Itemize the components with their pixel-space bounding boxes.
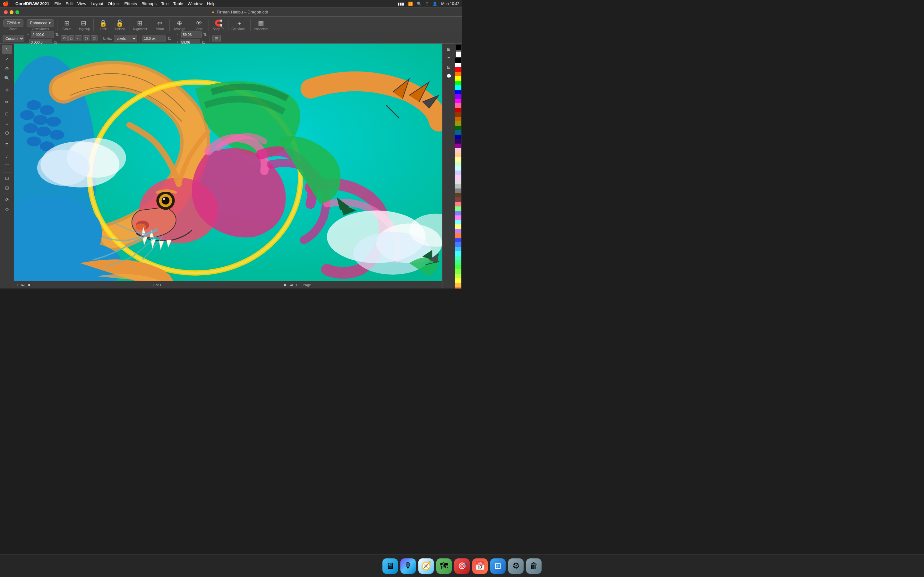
search-icon[interactable]: 🔍 bbox=[417, 2, 422, 6]
view-mode-dropdown[interactable]: Enhanced ▾ bbox=[27, 19, 54, 27]
width-input[interactable] bbox=[31, 31, 54, 38]
color-swatch[interactable] bbox=[455, 269, 461, 274]
white-swatch[interactable] bbox=[456, 51, 461, 57]
x-stepper[interactable]: ⇅ bbox=[203, 32, 207, 37]
color-swatch[interactable] bbox=[455, 220, 461, 224]
menu-table[interactable]: Table bbox=[173, 1, 183, 6]
page-nav-start[interactable]: ⏮ bbox=[21, 283, 25, 287]
group-button[interactable]: ⊞ Group bbox=[59, 19, 75, 31]
apple-menu[interactable]: 🍎 bbox=[3, 1, 9, 7]
zoom-tool[interactable]: 🔍 bbox=[2, 74, 12, 83]
maximize-button[interactable] bbox=[15, 10, 19, 14]
control-center-icon[interactable]: ⊞ bbox=[425, 2, 429, 6]
color-swatch[interactable] bbox=[455, 189, 461, 193]
select-tool[interactable]: ↖ bbox=[2, 45, 12, 54]
menu-window[interactable]: Window bbox=[188, 1, 202, 6]
color-swatch[interactable] bbox=[455, 85, 461, 90]
color-swatch[interactable] bbox=[455, 184, 461, 189]
color-swatch[interactable] bbox=[455, 166, 461, 171]
color-swatch[interactable] bbox=[455, 224, 461, 229]
color-swatch[interactable] bbox=[455, 130, 461, 135]
link-button[interactable]: ⛓ bbox=[83, 35, 90, 41]
color-swatch[interactable] bbox=[455, 234, 461, 238]
menu-file[interactable]: File bbox=[54, 1, 61, 6]
zoom-dropdown[interactable]: 729% ▾ bbox=[3, 19, 23, 27]
x-input[interactable] bbox=[181, 31, 202, 38]
add-page-end-button[interactable]: + bbox=[296, 283, 297, 287]
ratio-button[interactable]: ⊡ bbox=[91, 35, 97, 41]
ellipse-tool[interactable]: ○ bbox=[2, 119, 12, 128]
color-swatch[interactable] bbox=[455, 179, 461, 184]
color-swatch[interactable] bbox=[455, 197, 461, 202]
color-swatch[interactable] bbox=[455, 242, 461, 247]
color-swatch[interactable] bbox=[455, 274, 461, 278]
black-swatch[interactable] bbox=[456, 45, 461, 51]
arrange-button[interactable]: ⊕ Arrange bbox=[171, 19, 187, 31]
color-swatch[interactable] bbox=[455, 171, 461, 175]
color-swatch[interactable] bbox=[455, 153, 461, 157]
menu-text[interactable]: Text bbox=[161, 1, 169, 6]
page-nav-next[interactable]: ▶ bbox=[284, 283, 287, 287]
add-page-button[interactable]: + bbox=[17, 283, 19, 287]
color-swatch[interactable] bbox=[455, 148, 461, 153]
color-swatch[interactable] bbox=[455, 247, 461, 251]
rotate-button[interactable]: ↺ bbox=[61, 35, 68, 41]
more-options-button[interactable]: ··· bbox=[437, 283, 439, 287]
comment-panel-button[interactable]: 💬 bbox=[444, 72, 454, 80]
color-swatch[interactable] bbox=[455, 238, 461, 242]
menu-effects[interactable]: Effects bbox=[124, 1, 137, 6]
eyedropper-tool[interactable]: ⊘ bbox=[2, 195, 12, 204]
polygon-tool[interactable]: ⬡ bbox=[2, 129, 12, 137]
menu-object[interactable]: Object bbox=[108, 1, 120, 6]
menu-bitmaps[interactable]: Bitmaps bbox=[142, 1, 157, 6]
color-swatch[interactable] bbox=[455, 117, 461, 121]
color-swatch[interactable] bbox=[455, 283, 461, 287]
color-swatch[interactable] bbox=[455, 215, 461, 220]
color-swatch[interactable] bbox=[455, 72, 461, 76]
color-swatch[interactable] bbox=[455, 229, 461, 234]
minimize-button[interactable] bbox=[10, 10, 13, 14]
alignment-button[interactable]: ⊞ Alignment bbox=[132, 19, 148, 31]
zoom-selector[interactable]: 729% ▾ Zoom bbox=[2, 19, 25, 31]
color-swatch[interactable] bbox=[455, 202, 461, 206]
menu-edit[interactable]: Edit bbox=[65, 1, 73, 6]
color-swatch[interactable] bbox=[455, 108, 461, 112]
color-swatch[interactable] bbox=[455, 99, 461, 103]
transform-panel-button[interactable]: ⊞ bbox=[444, 45, 454, 53]
unlock-button[interactable]: 🔓 Unlock bbox=[112, 19, 128, 31]
color-swatch[interactable] bbox=[455, 112, 461, 117]
color-swatch[interactable] bbox=[455, 251, 461, 256]
color-swatch[interactable] bbox=[455, 211, 461, 215]
user-icon[interactable]: 👤 bbox=[433, 2, 437, 6]
lock-button[interactable]: 🔒 Lock bbox=[95, 19, 111, 31]
mirror-button[interactable]: ⇔ Mirror bbox=[152, 19, 168, 31]
color-swatch[interactable] bbox=[455, 81, 461, 85]
menu-help[interactable]: Help bbox=[207, 1, 216, 6]
color-swatch[interactable] bbox=[455, 143, 461, 148]
color-swatch[interactable] bbox=[455, 206, 461, 211]
menu-view[interactable]: View bbox=[78, 1, 86, 6]
rect-tool[interactable]: □ bbox=[2, 109, 12, 118]
color-swatch[interactable] bbox=[455, 161, 461, 166]
text-tool[interactable]: T bbox=[2, 140, 12, 149]
line-tool[interactable]: / bbox=[2, 152, 12, 161]
units-dropdown[interactable]: pixels bbox=[114, 35, 137, 42]
color-swatch[interactable] bbox=[455, 76, 461, 81]
color-swatch[interactable] bbox=[455, 63, 461, 67]
rect-shape-button[interactable]: □ bbox=[68, 35, 74, 41]
color-swatch[interactable] bbox=[455, 94, 461, 99]
fill-tool[interactable]: ⊙ bbox=[2, 205, 12, 214]
inspectors-button[interactable]: ▦ Inspectors bbox=[252, 19, 270, 31]
connector-tool[interactable]: ⌒ bbox=[2, 162, 12, 171]
color-swatch[interactable] bbox=[455, 135, 461, 139]
transform-handle-button[interactable]: ⊡ bbox=[212, 35, 221, 42]
align-panel-button[interactable]: ≡ bbox=[444, 54, 454, 62]
rect-shape2-button[interactable]: ▭ bbox=[75, 35, 82, 41]
page-nav-end[interactable]: ⏭ bbox=[289, 283, 293, 287]
nudge-input[interactable] bbox=[142, 35, 166, 42]
get-more-button[interactable]: ＋ Get More... bbox=[230, 19, 249, 31]
page-nav-prev[interactable]: ◀ bbox=[27, 283, 30, 287]
color-swatch[interactable] bbox=[455, 126, 461, 130]
color-swatch[interactable] bbox=[455, 260, 461, 265]
color-swatch[interactable] bbox=[455, 90, 461, 94]
